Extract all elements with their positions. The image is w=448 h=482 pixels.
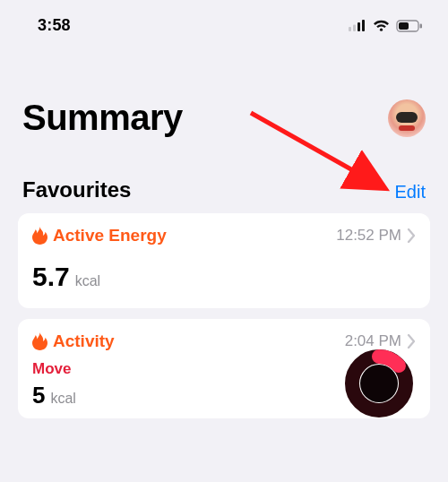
wifi-icon (373, 20, 390, 32)
favourites-cards: Active Energy 12:52 PM 5.7 kcal Activity… (0, 213, 448, 418)
card-header: Active Energy 12:52 PM (32, 226, 416, 245)
card-active-energy[interactable]: Active Energy 12:52 PM 5.7 kcal (18, 213, 430, 308)
card-meta: 2:04 PM (345, 332, 416, 350)
svg-rect-5 (399, 22, 409, 30)
avatar[interactable] (388, 99, 426, 137)
edit-button[interactable]: Edit (395, 182, 426, 202)
svg-rect-0 (349, 27, 351, 31)
chevron-right-icon (407, 228, 416, 243)
page-title: Summary (22, 98, 183, 138)
metric-unit: kcal (75, 273, 100, 289)
battery-icon (396, 20, 423, 32)
section-title: Favourites (22, 177, 131, 202)
timestamp: 12:52 PM (336, 227, 401, 245)
timestamp: 2:04 PM (345, 332, 401, 350)
svg-rect-3 (362, 20, 365, 31)
card-meta: 12:52 PM (336, 227, 416, 245)
metric-title-activity: Activity (32, 331, 115, 351)
favourites-section-header: Favourites Edit (0, 138, 448, 213)
metric-title-label: Activity (53, 331, 115, 351)
flame-icon (32, 332, 47, 350)
activity-ring-icon (344, 349, 414, 418)
flame-icon (32, 227, 47, 245)
svg-point-8 (360, 365, 398, 402)
svg-rect-2 (358, 22, 360, 31)
status-time: 3:58 (38, 16, 71, 35)
page-header: Summary (0, 44, 448, 138)
svg-rect-6 (420, 23, 423, 28)
card-activity[interactable]: Activity 2:04 PM Move 5 kcal (18, 319, 430, 418)
status-icons (349, 20, 423, 32)
status-bar: 3:58 (0, 0, 448, 44)
metric-title-active-energy: Active Energy (32, 226, 167, 245)
metric-value: 5 (32, 382, 45, 409)
metric-unit: kcal (50, 391, 75, 407)
svg-rect-1 (353, 25, 356, 32)
chevron-right-icon (407, 334, 416, 349)
cellular-icon (349, 20, 366, 31)
metric-title-label: Active Energy (53, 226, 167, 245)
value-row: 5.7 kcal (32, 262, 416, 292)
metric-value: 5.7 (32, 262, 70, 292)
